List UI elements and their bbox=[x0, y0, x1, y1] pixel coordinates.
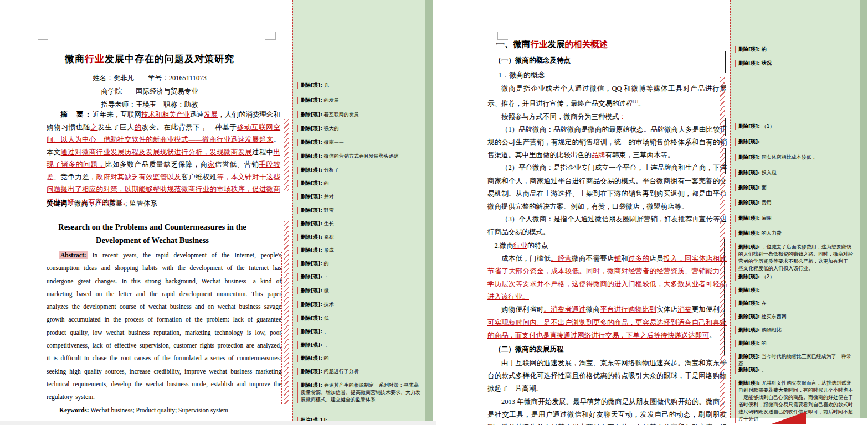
deletion-balloon[interactable]: 删除[瑛]: 微信的营销方式并且发展势头迅速 bbox=[297, 153, 420, 160]
deletion-balloon[interactable]: 删除[瑛]: 几 bbox=[297, 82, 420, 89]
keywords-en-label: Keywords: bbox=[59, 407, 89, 413]
deletion-balloon[interactable]: 删除[瑛]: 状况 bbox=[735, 60, 855, 67]
deletion-balloon[interactable]: 删除[瑛]: bbox=[735, 287, 855, 294]
deletion-balloon[interactable]: 删除[瑛]: 分析了 bbox=[297, 167, 420, 174]
deletion-balloon[interactable]: 删除[瑛]: 并追其产生的根源制定一系列对策：寻求高质量货源、增加信誉、提高微商… bbox=[297, 382, 420, 403]
change-bar bbox=[725, 118, 726, 136]
deletion-balloon[interactable]: 删除[瑛]: 问题进行了分析 bbox=[297, 368, 420, 375]
inserted-text: 平台进行购物比到 bbox=[600, 305, 656, 313]
heading: 1．微商的概念 bbox=[487, 68, 727, 82]
deletion-balloon[interactable]: 删除[瑛]: ， bbox=[297, 341, 420, 349]
balloon-label: 删除[瑛]: bbox=[301, 274, 322, 279]
deletion-balloon[interactable]: 删除[瑛]: 野蛮 bbox=[297, 207, 420, 214]
deletion-balloon[interactable]: 删除[瑛]: 。 bbox=[735, 366, 855, 374]
deletion-balloon[interactable]: 删除[瑛]: 的 bbox=[297, 180, 420, 187]
inserted-text: 家 bbox=[208, 160, 215, 168]
deletion-balloon[interactable]: 删除[瑛]: 技术 bbox=[297, 301, 420, 308]
balloon-label: 删除[瑛]: bbox=[738, 46, 760, 52]
deletion-balloon[interactable]: 删除[瑛]: 并对 bbox=[297, 193, 420, 200]
thesis-title-en-line1: Research on the Problems and Countermeas… bbox=[39, 222, 266, 232]
text-run: 有韩束，三草两木等。 bbox=[605, 151, 675, 159]
text-run: 信誉低、营销 bbox=[215, 160, 259, 168]
deletion-balloon[interactable]: 删除[瑛]: 着互联网的发展 bbox=[297, 111, 420, 118]
balloon-label: 删除[瑛]: bbox=[738, 300, 760, 306]
deletion-balloon[interactable]: 删除[瑛]: 同实体店相比成本较低， bbox=[735, 154, 855, 161]
balloon-text: 投入租 bbox=[760, 170, 777, 175]
keywords-cn-label: 关键词： bbox=[47, 200, 74, 208]
page-top-rule bbox=[48, 30, 275, 30]
balloon-text: 微商—— bbox=[322, 139, 344, 145]
vertical-scrollbar-right[interactable] bbox=[860, 0, 867, 418]
revision-connector-squiggle bbox=[284, 221, 289, 404]
deletion-balloon[interactable]: 删除[瑛]: （2） bbox=[735, 273, 855, 281]
deletion-balloon[interactable]: 删除[瑛]: （1） bbox=[735, 123, 855, 130]
deletion-balloon[interactable]: 删除[瑛]: 形成 bbox=[297, 247, 420, 254]
text-run: 发展 bbox=[548, 39, 565, 49]
keywords-en: Keywords: Wechat business; Product quali… bbox=[47, 407, 281, 413]
deletion-balloon[interactable]: 删除[瑛]: ： bbox=[297, 273, 420, 281]
balloon-label: 删除[瑛]: bbox=[301, 180, 322, 186]
deletion-balloon[interactable]: 删除[瑛]: 的发展 bbox=[297, 97, 420, 104]
balloon-label: 删除[瑛]: bbox=[738, 380, 760, 386]
change-bar bbox=[725, 148, 726, 174]
inserted-text: [1] bbox=[633, 99, 638, 104]
balloon-text: 购物相比 bbox=[760, 327, 782, 333]
deletion-balloon[interactable]: 删除[瑛]: 微商—— bbox=[297, 139, 420, 146]
deletion-balloon[interactable]: 删除[瑛]: 累积 bbox=[297, 234, 420, 241]
deletion-balloon[interactable]: 删除[瑛]: 在 bbox=[735, 300, 855, 307]
inserted-text: 发展 bbox=[204, 111, 218, 118]
deletion-balloon[interactable]: 删除[瑛]: 的人力费 bbox=[735, 230, 855, 237]
deletion-balloon[interactable]: 删除[瑛]: ，也减去了店面装修费用，这为想要赚钱的人们找到一条低投资的赚钱之路… bbox=[735, 243, 855, 272]
balloon-text: 处买东西网 bbox=[760, 314, 787, 319]
balloon-text: 状况 bbox=[760, 60, 772, 66]
balloon-text: 的 bbox=[322, 261, 329, 266]
paragraph: （1）品牌微商：品牌微商是微商的最原始状态。品牌微商大多是由比较正规的公司生产营… bbox=[487, 123, 727, 162]
deletion-balloon[interactable]: 删除[瑛]: 的 bbox=[735, 46, 855, 53]
balloon-label: 删除[瑛]: bbox=[301, 369, 322, 374]
text-run: 实体店 bbox=[656, 305, 677, 313]
deletion-balloon[interactable]: 删除[瑛]: 强大的 bbox=[297, 125, 420, 132]
abstract-cn-label: 摘 要： bbox=[60, 111, 93, 118]
vertical-scrollbar-left[interactable] bbox=[425, 0, 433, 421]
deletion-balloon[interactable]: 删除[瑛]: 面 bbox=[735, 184, 855, 191]
document-page-2: 一、微商行业发展的相关概述（一）微商的概念及特点1．微商的概念微商是指企业或者个… bbox=[433, 0, 730, 418]
deletion-balloon[interactable]: 删除[瑛]: 的 bbox=[735, 340, 855, 347]
deletion-balloon[interactable]: 删除[瑛]: 购物相比 bbox=[735, 326, 855, 334]
text-run: 购物便利省时 bbox=[501, 305, 543, 313]
revision-pane-left: 删除[瑛]: 几删除[瑛]: 的发展删除[瑛]: 着互联网的发展删除[瑛]: 强… bbox=[292, 0, 426, 421]
balloon-label: 删除[瑛]: bbox=[738, 287, 760, 293]
inserted-text: 之 bbox=[90, 123, 97, 131]
deletion-balloon[interactable]: 删除[瑛]: 低 bbox=[297, 315, 420, 322]
balloon-label: 删除[瑛]: bbox=[738, 327, 760, 333]
deletion-balloon[interactable]: 删除[瑛]: 的 bbox=[297, 355, 420, 362]
deletion-balloon[interactable]: 删除[瑛]: 当今时代购物货比三家已经成为了一种常态 bbox=[735, 353, 855, 367]
balloon-label: 删除[瑛]: bbox=[301, 247, 322, 253]
paragraph: 由于互联网的迅速发展，淘宝、京东等网络购物迅速兴起。淘宝和京东平台的款式多样化可… bbox=[487, 357, 727, 396]
paragraph: 2013 年微商开始发展。最早萌芽的微商是从朋友圈做代购开始的。微商，是社交工具… bbox=[487, 396, 727, 425]
balloon-text: 面 bbox=[760, 185, 767, 190]
balloon-label: 删除[瑛]: bbox=[738, 200, 760, 205]
deletion-balloon[interactable]: 删除[瑛]: 处买东西网 bbox=[735, 313, 855, 320]
balloon-text: ： bbox=[322, 274, 329, 279]
abstract-cn: 摘 要：近年来，互联网技术和相关产业迅速发展，人们的消费理念和购物习惯也随之发生… bbox=[47, 108, 280, 208]
deletion-balloon[interactable]: 删除[瑛]: 微 bbox=[297, 287, 420, 294]
deletion-balloon[interactable]: 删除[瑛]: 、 bbox=[297, 328, 420, 335]
balloon-label: 删除[瑛]: bbox=[738, 314, 760, 319]
paragraph: （3）个人微商：是指个人通过微信朋友圈刷屏营销，好友推荐再宣传等进行商品交易的模… bbox=[487, 213, 727, 239]
text-run: （3）个人微商：是指个人通过微信朋友圈刷屏营销，好友推荐再宣传等进行商品交易的模… bbox=[487, 215, 727, 236]
balloon-label: 删除[瑛]: bbox=[301, 221, 322, 226]
deletion-balloon[interactable]: 删除[瑛]: 雇佣 bbox=[735, 215, 855, 222]
deletion-balloon[interactable]: 删除[瑛]: 投入租 bbox=[735, 169, 855, 177]
deletion-balloon[interactable]: 删除[瑛]: 费用 bbox=[735, 199, 855, 206]
keywords-en-value: Wechat business; Product quality; Superv… bbox=[90, 407, 228, 413]
balloon-text: 几 bbox=[322, 82, 329, 88]
horizontal-scrollbar[interactable] bbox=[0, 421, 436, 425]
document-page-1: 微商行业发展中存在的问题及对策研究 姓名：樊非凡 学号：20165111073 … bbox=[0, 0, 292, 421]
deletion-balloon[interactable]: 删除[瑛]: bbox=[735, 138, 855, 146]
text-run: 近年来，互联网 bbox=[93, 111, 141, 118]
thesis-title-cn: 微商行业发展中存在的问题及对策研究 bbox=[33, 53, 266, 65]
deletion-balloon[interactable]: 删除[瑛]: 的 bbox=[297, 260, 420, 267]
balloon-text: 的人力费 bbox=[760, 230, 782, 236]
deletion-balloon[interactable]: 删除[瑛]: 生长 bbox=[297, 220, 420, 227]
inserted-text: 品牌 bbox=[592, 151, 605, 159]
